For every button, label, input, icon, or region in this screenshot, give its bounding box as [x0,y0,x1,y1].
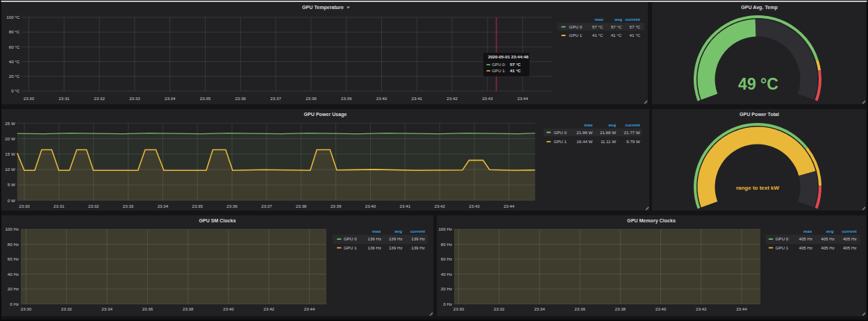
svg-text:GPU Memory Clocks: GPU Memory Clocks [627,218,676,224]
svg-text:0 W: 0 W [8,198,15,203]
svg-text:405 Hz: 405 Hz [799,245,812,250]
svg-text:23:43: 23:43 [469,204,480,208]
svg-text:GPU Temperature: GPU Temperature [302,5,344,10]
svg-text:60 Hz: 60 Hz [441,256,452,261]
svg-text:41 °C: 41 °C [510,68,521,73]
svg-text:max: max [803,229,812,233]
svg-text:GPU 1: GPU 1 [776,245,789,250]
svg-text:0 Hz: 0 Hz [10,302,19,306]
svg-text:57 °C: 57 °C [611,24,622,29]
svg-text:GPU 1:: GPU 1: [492,68,506,73]
svg-text:current: current [410,229,425,233]
svg-text:23:30: 23:30 [19,204,30,208]
svg-text:avg: avg [608,122,616,127]
svg-text:GPU Power Usage: GPU Power Usage [304,112,347,117]
svg-text:23:33: 23:33 [129,96,140,101]
svg-text:GPU 1: GPU 1 [344,245,357,250]
svg-text:GPU 0: GPU 0 [344,236,357,241]
svg-text:23:41: 23:41 [400,204,411,208]
svg-text:100 Hz: 100 Hz [438,227,452,231]
svg-text:range to text kW: range to text kW [736,185,780,191]
svg-text:GPU Power Total: GPU Power Total [740,112,779,117]
svg-text:80 °C: 80 °C [9,29,20,34]
svg-text:15 W: 15 W [5,151,15,156]
svg-text:40 Hz: 40 Hz [441,272,452,277]
svg-text:5 W: 5 W [8,182,15,187]
svg-text:GPU 0:: GPU 0: [492,62,506,67]
svg-text:139 Hz: 139 Hz [389,236,403,241]
svg-text:405 Hz: 405 Hz [843,245,857,250]
svg-text:20 W: 20 W [5,136,15,141]
svg-text:23:36: 23:36 [574,306,585,311]
svg-text:40 Hz: 40 Hz [8,272,19,277]
svg-text:0 Hz: 0 Hz [443,302,452,306]
svg-text:23:30: 23:30 [21,306,32,311]
svg-text:23:37: 23:37 [270,96,281,101]
svg-text:21.68 W: 21.68 W [600,130,616,135]
svg-text:23:38: 23:38 [615,306,626,311]
svg-text:16.44 W: 16.44 W [576,139,592,144]
svg-text:57 °C: 57 °C [592,24,603,29]
svg-text:405 Hz: 405 Hz [799,236,812,241]
svg-text:23:35: 23:35 [200,96,211,101]
svg-text:405 Hz: 405 Hz [821,236,835,241]
svg-text:23:44: 23:44 [517,96,528,101]
svg-text:current: current [625,17,640,22]
svg-text:60 °C: 60 °C [9,44,20,49]
svg-text:25 W: 25 W [5,121,15,126]
svg-text:GPU 1: GPU 1 [553,139,567,144]
svg-text:23:36: 23:36 [226,204,237,208]
svg-text:41 °C: 41 °C [630,33,641,38]
svg-text:23:31: 23:31 [59,96,70,101]
svg-text:23:31: 23:31 [53,204,65,208]
svg-text:2020-05-01 23:44:48: 2020-05-01 23:44:48 [488,54,529,59]
svg-text:57 °C: 57 °C [630,24,641,29]
svg-text:41 °C: 41 °C [592,33,603,38]
svg-text:80 Hz: 80 Hz [8,242,19,247]
svg-text:23:42: 23:42 [434,204,445,208]
svg-text:11.11 W: 11.11 W [601,139,616,144]
svg-text:405 Hz: 405 Hz [821,245,835,250]
svg-text:21.77 W: 21.77 W [624,130,640,135]
svg-text:GPU 0: GPU 0 [776,236,789,241]
svg-text:avg: avg [615,17,622,22]
svg-text:41 °C: 41 °C [611,33,622,38]
svg-text:139 Hz: 139 Hz [389,245,403,250]
svg-text:21.86 W: 21.86 W [576,130,592,135]
svg-text:20 Hz: 20 Hz [441,286,452,291]
svg-text:23:44: 23:44 [304,306,315,311]
svg-text:23:38: 23:38 [306,96,317,101]
svg-text:23:42: 23:42 [264,306,275,311]
svg-text:GPU Avg. Temp: GPU Avg. Temp [741,5,778,10]
svg-text:23:35: 23:35 [192,204,203,208]
svg-text:23:39: 23:39 [331,204,342,208]
svg-text:GPU 0: GPU 0 [569,24,583,29]
svg-text:23:30: 23:30 [24,96,35,101]
svg-text:23:40: 23:40 [376,96,387,101]
svg-text:100 °C: 100 °C [6,15,20,19]
svg-text:max: max [595,17,604,22]
svg-text:23:40: 23:40 [656,306,667,311]
svg-text:23:44: 23:44 [736,306,747,311]
svg-text:57 °C: 57 °C [510,62,521,67]
svg-text:10 W: 10 W [5,167,15,172]
svg-text:23:34: 23:34 [101,306,112,311]
svg-text:23:43: 23:43 [482,96,493,101]
svg-text:23:34: 23:34 [534,306,545,311]
svg-text:current: current [842,229,856,233]
svg-text:60 Hz: 60 Hz [8,256,19,261]
svg-text:23:32: 23:32 [61,306,72,311]
svg-text:avg: avg [394,229,402,233]
svg-text:23:32: 23:32 [494,306,505,311]
svg-text:23:33: 23:33 [123,204,134,208]
svg-text:0 °C: 0 °C [11,88,20,93]
svg-text:139 Hz: 139 Hz [411,245,425,250]
svg-text:23:32: 23:32 [94,96,105,101]
svg-text:23:38: 23:38 [296,204,307,208]
svg-text:23:39: 23:39 [341,96,352,101]
svg-text:23:41: 23:41 [412,96,423,101]
svg-text:139 Hz: 139 Hz [367,236,381,241]
svg-text:current: current [625,122,640,127]
svg-text:GPU 1: GPU 1 [569,33,583,38]
svg-text:80 Hz: 80 Hz [441,242,452,247]
